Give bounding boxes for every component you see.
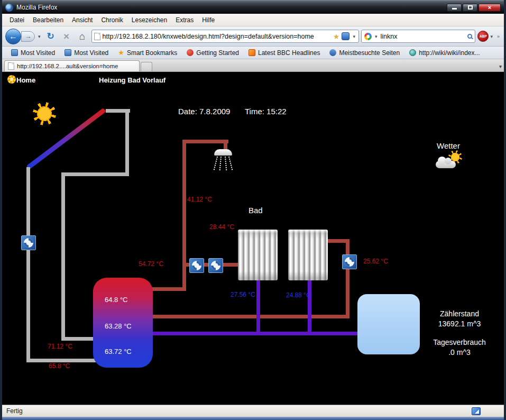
pump-solar-icon[interactable] xyxy=(21,235,36,250)
home-button[interactable]: ⌂ xyxy=(76,30,89,43)
back-arrow-icon: ← xyxy=(9,32,17,41)
star-icon: ★ xyxy=(118,49,124,56)
window-frame-bottom xyxy=(2,417,504,420)
temp-boiler-out: 54.72 °C xyxy=(139,260,163,268)
temp-collector-return: 65.8 °C xyxy=(49,362,70,370)
search-engine-dropdown-icon[interactable]: ▾ xyxy=(374,34,379,39)
pipe-solar xyxy=(61,172,129,176)
search-engine-icon[interactable] xyxy=(364,33,372,40)
status-text: Fertig xyxy=(6,407,23,415)
home-icon: ⌂ xyxy=(79,31,85,42)
shower-icon xyxy=(213,149,234,175)
firefox-window: Mozilla Firefox × Datei Bearbeiten Ansic… xyxy=(0,0,506,420)
buffer-temp-bottom: 63.72 °C xyxy=(105,348,132,355)
bookmark-most-visited-1[interactable]: Most Visited xyxy=(7,48,59,58)
room-label: Bad xyxy=(249,206,263,215)
consumption-value: .0 m^3 xyxy=(419,348,500,358)
window-title: Mozilla Firefox xyxy=(16,4,57,11)
menu-item-datei[interactable]: Datei xyxy=(5,15,29,25)
page-title: Heizung Bad Vorlauf xyxy=(99,76,165,84)
buffer-tank: 64.8 °C 63.28 °C 63.72 °C xyxy=(93,278,153,368)
date-label: Date: 7.8.2009 xyxy=(178,107,230,116)
site-identity-icon[interactable] xyxy=(342,32,349,40)
pipe-hot xyxy=(326,239,348,243)
toolbar-overflow-icon[interactable]: » xyxy=(496,34,501,39)
tab-title: http://192.168.2....ault&version=home xyxy=(17,63,118,69)
statusbar-addon-icon[interactable] xyxy=(472,407,481,415)
radiator-1 xyxy=(238,230,278,280)
pipe-return xyxy=(308,279,311,333)
url-bar: ★ ▾ xyxy=(91,30,359,43)
adblock-dropdown-icon[interactable]: ▾ xyxy=(489,34,494,39)
close-button[interactable]: × xyxy=(479,4,501,12)
pipe-hot xyxy=(152,315,349,318)
home-zone-label[interactable]: Home xyxy=(16,76,35,84)
temp-collector-flow: 71.12 °C xyxy=(48,343,72,350)
menu-item-lesezeichen[interactable]: Lesezeichen xyxy=(127,15,171,25)
menu-item-hilfe[interactable]: Hilfe xyxy=(198,15,219,25)
temp-radiator-1: 27.56 °C xyxy=(231,291,255,298)
home-zone-icon[interactable] xyxy=(7,75,16,84)
meter-value: 13692.1 m^3 xyxy=(419,319,500,329)
tab-active[interactable]: http://192.168.2....ault&version=home xyxy=(4,60,140,71)
temp-radiator-2: 24.88 °C xyxy=(286,291,311,299)
weather-icon xyxy=(436,150,463,169)
forward-arrow-icon: → xyxy=(25,32,32,40)
daily-consumption: Tagesverbrauch .0 m^3 xyxy=(419,337,500,358)
pipe-solar xyxy=(26,359,96,362)
stop-button[interactable]: × xyxy=(60,30,73,43)
search-bar: ▾ xyxy=(361,30,476,43)
history-dropdown-icon[interactable]: ▾ xyxy=(37,34,42,39)
storage-tank xyxy=(357,294,420,354)
bookmark-most-visited-2[interactable]: Most Visited xyxy=(61,48,112,58)
bookmark-smart-bookmarks[interactable]: ★Smart Bookmarks xyxy=(114,48,181,58)
search-input[interactable] xyxy=(380,33,465,40)
pipe-hot xyxy=(182,140,228,143)
weather-label: Wetter xyxy=(437,141,460,150)
search-magnifier-icon[interactable] xyxy=(467,34,472,39)
pipe-solar xyxy=(125,109,129,176)
adblock-button[interactable]: ABP ▾ xyxy=(477,31,494,42)
pipe-hot xyxy=(182,140,186,291)
reload-icon: ↻ xyxy=(47,31,54,42)
buffer-temp-top: 64.8 °C xyxy=(105,296,128,304)
bookmark-bbc-headlines[interactable]: Latest BBC Headlines xyxy=(245,48,324,58)
pipe-hot xyxy=(152,287,185,291)
bookmark-wiki[interactable]: http://wiki/wiki/index... xyxy=(406,48,483,58)
menu-item-ansicht[interactable]: Ansicht xyxy=(68,15,97,25)
bookmarks-toolbar: Most Visited Most Visited ★Smart Bookmar… xyxy=(2,47,504,59)
bookmark-star-icon[interactable]: ★ xyxy=(333,32,340,41)
minimize-button[interactable] xyxy=(447,4,462,12)
temp-tank-supply: 25.62 °C xyxy=(363,258,388,265)
time-label: Time: 15:22 xyxy=(245,107,287,116)
pump-tank-icon[interactable] xyxy=(342,254,357,269)
menu-item-chronik[interactable]: Chronik xyxy=(97,15,127,25)
back-button[interactable]: ← xyxy=(5,29,21,44)
navigation-toolbar: ← → ▾ ↻ × ⌂ ★ ▾ ▾ ABP ▾ » xyxy=(2,26,504,47)
temp-bath-supply: 28.44 °C xyxy=(209,223,234,231)
knxweb-page: Home Heizung Bad Vorlauf Date: 7.8.2009 … xyxy=(2,72,504,405)
menu-item-extras[interactable]: Extras xyxy=(171,15,198,25)
new-tab-button[interactable] xyxy=(141,62,152,71)
bookmark-meistbesuchte-seiten[interactable]: Meistbesuchte Seiten xyxy=(326,48,403,58)
pump-radiator-b-icon[interactable] xyxy=(208,258,223,273)
list-tabs-chevron-icon[interactable]: ▾ xyxy=(499,63,502,69)
page-favicon xyxy=(94,33,100,40)
url-input[interactable] xyxy=(103,33,331,40)
pipe-solar xyxy=(26,167,30,362)
status-bar: Fertig xyxy=(2,405,504,417)
pump-radiator-a-icon[interactable] xyxy=(189,258,204,273)
reload-button[interactable]: ↻ xyxy=(44,30,58,43)
buffer-temp-mid: 63.28 °C xyxy=(105,322,132,330)
bookmark-getting-started[interactable]: Getting Started xyxy=(183,48,243,58)
url-dropdown-icon[interactable]: ▾ xyxy=(352,34,356,39)
forward-button[interactable]: → xyxy=(21,31,35,42)
pipe-return xyxy=(256,279,260,333)
tab-favicon xyxy=(8,62,14,70)
maximize-button[interactable] xyxy=(463,4,477,12)
consumption-label: Tagesverbrauch xyxy=(419,337,500,348)
menu-item-bearbeiten[interactable]: Bearbeiten xyxy=(29,15,68,25)
window-titlebar: Mozilla Firefox × xyxy=(2,0,504,14)
meter-reading: Zählerstand 13692.1 m^3 xyxy=(419,309,500,329)
minimize-icon xyxy=(452,8,457,10)
